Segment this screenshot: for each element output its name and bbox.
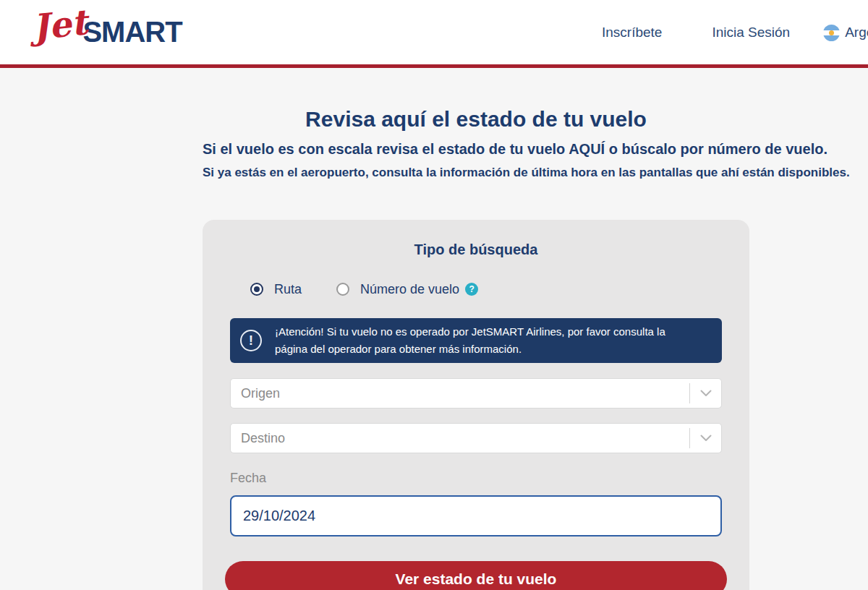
search-type-radio-group: Ruta Número de vuelo ? [250, 282, 722, 296]
origin-select[interactable]: Origen [230, 378, 722, 409]
chevron-down-icon[interactable] [690, 435, 721, 442]
radio-label-numero-de-vuelo: Número de vuelo [360, 282, 459, 297]
jetsmart-logo[interactable]: Jet SMART [33, 6, 182, 46]
radio-selected-icon[interactable] [250, 283, 263, 296]
signup-link[interactable]: Inscríbete [602, 25, 662, 40]
radio-unselected-icon[interactable] [336, 283, 349, 296]
page-subtitle: Si el vuelo es con escala revisa el esta… [203, 141, 749, 158]
destination-placeholder: Destino [241, 431, 689, 446]
operator-alert: ! ¡Atención! Si tu vuelo no es operado p… [230, 318, 722, 363]
radio-option-numero-de-vuelo[interactable]: Número de vuelo [336, 282, 459, 297]
language-selector[interactable]: Argentina [823, 25, 868, 41]
origin-placeholder: Origen [241, 386, 689, 401]
radio-label-ruta: Ruta [274, 282, 302, 297]
destination-select[interactable]: Destino [230, 423, 722, 453]
logo-jet-text: Jet [31, 4, 89, 45]
login-link[interactable]: Inicia Sesión [712, 25, 790, 40]
chevron-down-icon[interactable] [690, 390, 721, 397]
flight-status-search-card: Tipo de búsqueda Ruta Número de vuelo ? … [203, 220, 749, 590]
exclamation-icon: ! [240, 330, 262, 351]
argentina-flag-icon [823, 25, 840, 41]
page-note: Si ya estás en el aeropuerto, consulta l… [203, 166, 749, 180]
alert-text: ¡Atención! Si tu vuelo no es operado por… [275, 323, 700, 358]
date-field-label: Fecha [230, 471, 722, 487]
page-title: Revisa aquí el estado de tu vuelo [203, 107, 749, 132]
main-content: Revisa aquí el estado de tu vuelo Si el … [203, 68, 749, 590]
search-type-heading: Tipo de búsqueda [230, 241, 722, 259]
date-input[interactable] [230, 495, 722, 536]
help-icon[interactable]: ? [465, 283, 478, 296]
header: Jet SMART Inscríbete Inicia Sesión Argen… [0, 0, 868, 68]
view-flight-status-button[interactable]: Ver estado de tu vuelo [225, 561, 727, 590]
logo-smart-text: SMART [82, 17, 182, 46]
hero: Revisa aquí el estado de tu vuelo Si el … [203, 68, 749, 180]
language-label: Argentina [845, 25, 868, 40]
header-nav: Inscríbete Inicia Sesión Argentina [602, 0, 868, 65]
radio-option-ruta[interactable]: Ruta [250, 282, 302, 297]
